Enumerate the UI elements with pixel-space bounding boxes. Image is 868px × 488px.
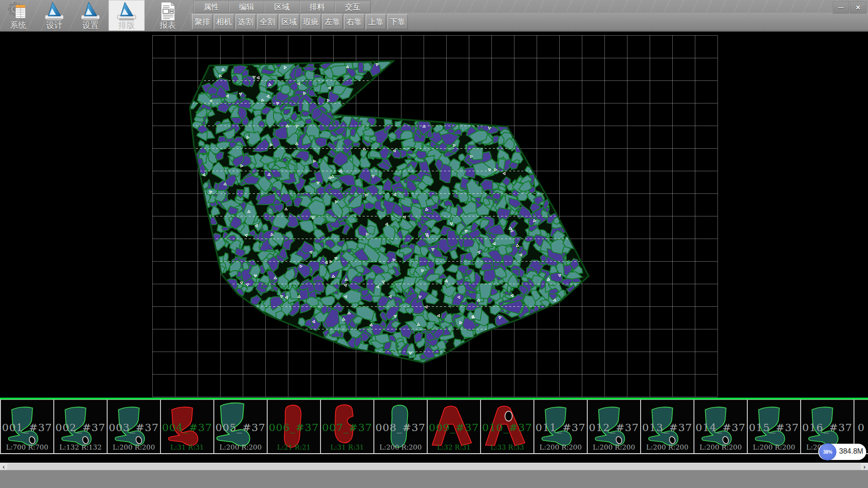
- app-button-报表[interactable]: 报表: [145, 0, 191, 31]
- part-id-label: 011_#37: [534, 422, 587, 433]
- part-id-label: 006_#37: [268, 422, 320, 433]
- report-icon: [157, 1, 178, 21]
- app-button-排版[interactable]: 排版: [108, 0, 145, 31]
- part-lr-count-label: L:200 R:200: [748, 443, 800, 451]
- part-thumbnail[interactable]: 014_#37L:200 R:200: [694, 399, 748, 454]
- tool-button-上靠[interactable]: 上靠: [366, 14, 386, 29]
- app-button-label: 报表: [160, 21, 176, 30]
- part-lr-count-label: L:200 R:200: [588, 443, 640, 451]
- part-thumbnail[interactable]: 001_#37L:700 R:700: [1, 399, 54, 454]
- part-id-label: 010_#37: [481, 422, 533, 433]
- part-lr-count-label: L:200 R:200: [374, 443, 427, 451]
- part-thumbnail[interactable]: 007_#37L:31 R:31: [321, 399, 374, 454]
- tool-button-下靠[interactable]: 下靠: [387, 14, 408, 29]
- part-thumbnail[interactable]: 009_#37L:32 R:31: [428, 399, 481, 454]
- part-lr-count-label: L:200 R:200: [214, 443, 267, 451]
- part-id-label: 016_#37: [801, 422, 854, 433]
- tool-button-右靠[interactable]: 右靠: [344, 14, 364, 29]
- part-lr-count-label: L:700 R:700: [1, 443, 53, 451]
- part-thumbnail[interactable]: 006_#37L:21 R:21: [268, 399, 321, 454]
- menu-tab-属性[interactable]: 属性: [194, 1, 229, 13]
- part-thumbnail[interactable]: 008_#37L:200 R:200: [374, 399, 428, 454]
- app-button-label: 系统: [10, 21, 26, 30]
- horizontal-scrollbar[interactable]: ‹ ›: [0, 463, 868, 470]
- minimize-button[interactable]: ─: [833, 1, 849, 14]
- part-thumbnail[interactable]: 004_#37L:31 R:31: [161, 399, 214, 454]
- part-thumbnail[interactable]: 002_#37L:132 R:132: [54, 399, 108, 454]
- app-button-设置[interactable]: 设置: [72, 0, 108, 31]
- part-id-label: 007_#37: [321, 422, 373, 433]
- bottom-gap: [0, 454, 868, 463]
- tool-button-row: 聚排相机选割全割区域瑕疵左靠右靠上靠下靠: [192, 14, 408, 29]
- nesting-canvas[interactable]: [0, 32, 868, 398]
- app-mode-buttons: 系统设计设置排版报表: [0, 0, 191, 31]
- part-id-label: 013_#37: [641, 422, 693, 433]
- part-thumbnail[interactable]: 010_#37L:33 R:33: [481, 399, 534, 454]
- part-lr-count-label: L:132 R:132: [54, 443, 107, 451]
- scroll-left-arrow-icon[interactable]: ‹: [0, 463, 7, 470]
- tool-button-聚排[interactable]: 聚排: [192, 14, 212, 29]
- part-id-label: 002_#37: [54, 422, 107, 433]
- part-lr-count-label: L:200 R:200: [641, 443, 693, 451]
- part-id-label: 001_#37: [1, 422, 53, 433]
- part-id-label: 014_#37: [694, 422, 747, 433]
- part-lr-count-label: L:32 R:31: [428, 443, 480, 451]
- part-id-label: 015_#37: [748, 422, 800, 433]
- app-button-label: 设置: [82, 21, 99, 30]
- part-id-label: 009_#37: [428, 422, 480, 433]
- part-id-label: 0: [854, 422, 868, 433]
- menu-tab-strip: 属性编辑区域排料交互: [193, 1, 371, 13]
- part-thumbnail[interactable]: 011_#37L:200 R:200: [534, 399, 588, 454]
- ruler-icon: [80, 1, 101, 21]
- part-thumbnail[interactable]: 012_#37L:200 R:200: [588, 399, 641, 454]
- ruler-icon: [116, 1, 137, 21]
- part-lr-count-label: L:200 R:200: [108, 443, 160, 451]
- memory-usage-label: 384.8M: [839, 447, 863, 455]
- part-lr-count-label: L:33 R:33: [481, 443, 533, 451]
- top-toolbar: 系统设计设置排版报表 属性编辑区域排料交互 聚排相机选割全割区域瑕疵左靠右靠上靠…: [0, 0, 868, 32]
- part-lr-count-label: L:21 R:21: [268, 443, 320, 451]
- parts-thumbnail-strip: 001_#37L:700 R:700002_#37L:132 R:132003_…: [0, 399, 868, 454]
- system-icon: [8, 1, 28, 21]
- app-button-设计[interactable]: 设计: [36, 0, 72, 31]
- memory-progress-pill: 38% 384.8M: [818, 444, 866, 460]
- progress-percent-badge: 38%: [819, 443, 836, 460]
- menu-tab-排料[interactable]: 排料: [300, 1, 335, 13]
- app-button-系统[interactable]: 系统: [0, 0, 36, 31]
- part-lr-count-label: L:31 R:31: [321, 443, 373, 451]
- menu-tab-区域[interactable]: 区域: [264, 1, 300, 13]
- part-lr-count-label: L:31 R:31: [161, 443, 213, 451]
- part-id-label: 005_#37: [214, 422, 267, 433]
- part-lr-count-label: L:200 R:200: [534, 443, 587, 451]
- part-id-label: 008_#37: [374, 422, 427, 433]
- tool-button-区域[interactable]: 区域: [279, 14, 299, 29]
- ruler-icon: [44, 1, 65, 21]
- part-id-label: 003_#37: [108, 422, 160, 433]
- part-id-label: 012_#37: [588, 422, 640, 433]
- part-thumbnail[interactable]: 015_#37L:200 R:200: [748, 399, 801, 454]
- menu-tab-编辑[interactable]: 编辑: [229, 1, 264, 13]
- app-button-label: 设计: [46, 21, 62, 30]
- scroll-right-arrow-icon[interactable]: ›: [861, 463, 868, 470]
- part-thumbnail[interactable]: 003_#37L:200 R:200: [108, 399, 161, 454]
- nesting-canvas-area: [0, 32, 868, 398]
- tool-button-选割[interactable]: 选割: [236, 14, 256, 29]
- part-id-label: 004_#37: [161, 422, 213, 433]
- tool-button-相机[interactable]: 相机: [214, 14, 234, 29]
- app-button-label: 排版: [118, 21, 135, 30]
- status-bar: [0, 470, 868, 488]
- close-button[interactable]: ×: [850, 1, 866, 14]
- window-controls: ─ ×: [833, 1, 866, 14]
- tool-button-左靠[interactable]: 左靠: [322, 14, 343, 29]
- nesting-application-window: 系统设计设置排版报表 属性编辑区域排料交互 聚排相机选割全割区域瑕疵左靠右靠上靠…: [0, 0, 868, 488]
- menu-tab-交互[interactable]: 交互: [335, 1, 370, 13]
- tool-button-瑕疵[interactable]: 瑕疵: [301, 14, 321, 29]
- part-thumbnail[interactable]: 013_#37L:200 R:200: [641, 399, 694, 454]
- part-thumbnail[interactable]: 005_#37L:200 R:200: [214, 399, 268, 454]
- tool-button-全割[interactable]: 全割: [257, 14, 278, 29]
- part-lr-count-label: L:200 R:200: [694, 443, 747, 451]
